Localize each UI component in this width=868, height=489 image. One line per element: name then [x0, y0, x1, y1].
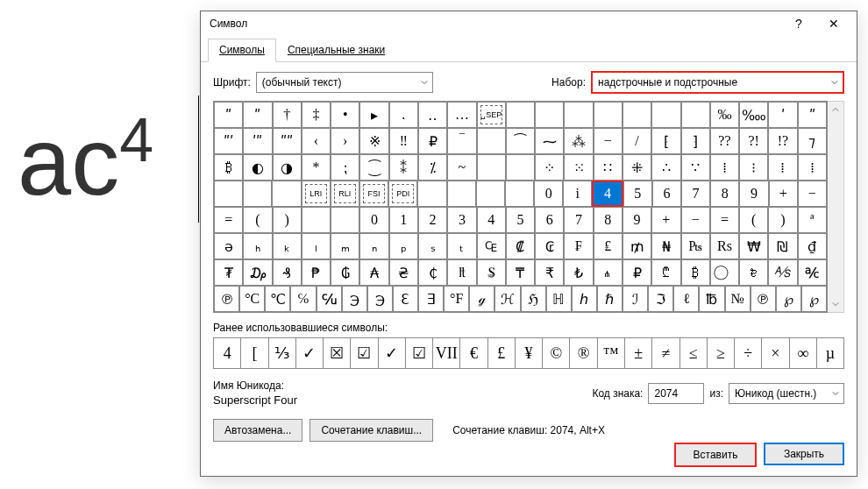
symbol-cell[interactable]: ₶ [447, 259, 476, 286]
symbol-cell[interactable]: ℘ [801, 286, 827, 312]
symbol-cell[interactable]: ₧ [681, 233, 710, 259]
symbol-cell[interactable]: LRI [302, 181, 331, 207]
symbol-cell[interactable]: ( [739, 207, 768, 233]
symbol-cell[interactable]: ‼ [389, 128, 418, 154]
symbol-cell[interactable]: ⁜ [623, 154, 651, 181]
symbol-cell[interactable]: . [389, 102, 418, 128]
symbol-cell[interactable]: / [623, 128, 651, 154]
symbol-cell[interactable]: • [331, 102, 359, 128]
symbol-cell[interactable] [417, 181, 446, 207]
symbol-cell[interactable]: FSI [359, 181, 388, 207]
close-button[interactable]: Закрыть [764, 443, 844, 465]
symbol-cell[interactable]: ?? [710, 128, 739, 154]
recent-symbol-cell[interactable]: 4 [214, 338, 241, 368]
recent-symbol-cell[interactable]: ® [570, 338, 597, 368]
symbol-cell[interactable]: ⅍ [768, 259, 797, 286]
symbol-cell[interactable]: ₣ [564, 233, 593, 259]
tab-special[interactable]: Специальные знаки [276, 39, 396, 62]
recent-symbol-cell[interactable]: € [460, 338, 487, 368]
symbol-cell[interactable]: Ǝ [418, 286, 444, 312]
symbol-cell[interactable] [476, 181, 505, 207]
font-combo[interactable]: (обычный текст) [256, 72, 433, 93]
symbol-cell[interactable]: ℅ [290, 286, 316, 312]
scroll-down-icon[interactable] [828, 296, 843, 312]
symbol-cell[interactable] [594, 102, 623, 128]
symbol-cell[interactable]: ℆ [317, 286, 342, 312]
symbol-cell[interactable]: 9 [739, 181, 768, 207]
recent-symbol-cell[interactable]: ≠ [652, 338, 679, 368]
recent-symbol-cell[interactable]: ✓ [296, 338, 324, 368]
symbol-cell[interactable]: 5 [623, 181, 652, 207]
symbol-cell[interactable]: 4 [592, 181, 623, 207]
symbol-cell[interactable]: ₥ [623, 233, 651, 259]
symbol-cell[interactable]: ) [273, 207, 302, 233]
tab-symbols[interactable]: Символы [208, 39, 276, 62]
symbol-cell[interactable]: ₿ [681, 259, 710, 286]
recent-symbol-cell[interactable]: VII [433, 338, 460, 368]
symbol-cell[interactable]: + [769, 181, 798, 207]
symbol-cell[interactable] [477, 128, 506, 154]
symbol-cell[interactable]: = [710, 207, 739, 233]
symbol-cell[interactable]: ₴ [389, 259, 418, 286]
symbol-cell[interactable]: ₽ [623, 259, 651, 286]
symbol-cell[interactable] [243, 181, 272, 207]
recent-symbol-cell[interactable]: © [543, 338, 570, 368]
symbol-cell[interactable]: ₠ [477, 233, 506, 259]
symbol-cell[interactable]: ⁅ [651, 128, 680, 154]
recent-symbol-cell[interactable]: ☑ [406, 338, 433, 368]
symbol-cell[interactable]: ⁏ [331, 154, 359, 181]
symbol-cell[interactable]: ‹ [302, 128, 331, 154]
symbol-cell[interactable]: ₘ [331, 233, 359, 259]
symbol-cell[interactable]: − [798, 181, 827, 207]
insert-button[interactable]: Вставить [674, 443, 757, 467]
symbol-cell[interactable]: ₽ [418, 128, 447, 154]
symbol-cell[interactable]: i [563, 181, 592, 207]
symbol-cell[interactable]: † [273, 102, 302, 128]
symbol-cell[interactable] [651, 102, 680, 128]
symbol-cell[interactable]: ʹ [768, 102, 797, 128]
symbol-cell[interactable]: ₕ [243, 233, 272, 259]
symbol-cell[interactable]: ₯ [243, 259, 272, 286]
symbol-cell[interactable]: ‾ [447, 128, 476, 154]
symbol-cell[interactable]: ※ [359, 128, 388, 154]
symbol-cell[interactable]: ₳ [359, 259, 388, 286]
symbol-cell[interactable] [272, 181, 301, 207]
symbol-cell[interactable]: − [681, 207, 710, 233]
symbol-cell[interactable]: ℐ [623, 286, 648, 312]
symbol-cell[interactable]: ₩ [739, 233, 768, 259]
symbol-cell[interactable]: ₪ [768, 233, 797, 259]
symbol-cell[interactable]: ₫ [798, 233, 827, 259]
symbol-cell[interactable]: › [331, 128, 359, 154]
symbol-cell[interactable]: ₸ [506, 259, 535, 286]
symbol-cell[interactable]: ▸ [359, 102, 388, 128]
symbol-cell[interactable]: 9 [623, 207, 651, 233]
help-button[interactable]: ? [781, 11, 816, 36]
symbol-cell[interactable]: ⁙ [564, 154, 593, 181]
symbol-cell[interactable]: ₻ [739, 259, 768, 286]
symbol-cell[interactable]: ₢ [535, 233, 564, 259]
symbol-cell[interactable]: ₖ [273, 233, 302, 259]
shortcut-button[interactable]: Сочетание клавиш... [309, 419, 433, 442]
recent-symbol-cell[interactable]: ∞ [790, 338, 817, 368]
symbol-cell[interactable]: ₤ [594, 233, 623, 259]
symbol-cell[interactable]: ⁂ [564, 128, 593, 154]
symbol-cell[interactable] [447, 181, 476, 207]
symbol-cell[interactable]: ⁊ [798, 128, 827, 154]
symbol-cell[interactable] [214, 181, 243, 207]
symbol-cell[interactable]: ◐ [243, 154, 272, 181]
symbol-cell[interactable]: ⁘ [535, 154, 564, 181]
symbol-cell[interactable] [623, 102, 651, 128]
symbol-cell[interactable]: 1 [389, 207, 418, 233]
symbol-cell[interactable]: ‰ [710, 102, 739, 128]
symbol-cell[interactable]: ℘ [776, 286, 801, 312]
recent-symbol-cell[interactable]: ± [625, 338, 652, 368]
symbol-cell[interactable]: 0 [359, 207, 388, 233]
symbol-cell[interactable]: ␣SEP [477, 102, 506, 128]
symbol-cell[interactable]: !? [768, 128, 797, 154]
recent-symbol-cell[interactable]: ✓ [379, 338, 406, 368]
symbol-cell[interactable]: ₵ [418, 259, 447, 286]
symbol-cell[interactable] [564, 102, 593, 128]
symbol-cell[interactable]: ʹʺ [243, 128, 272, 154]
symbol-cell[interactable]: ə [214, 233, 243, 259]
symbol-cell[interactable]: Rs [710, 233, 739, 259]
